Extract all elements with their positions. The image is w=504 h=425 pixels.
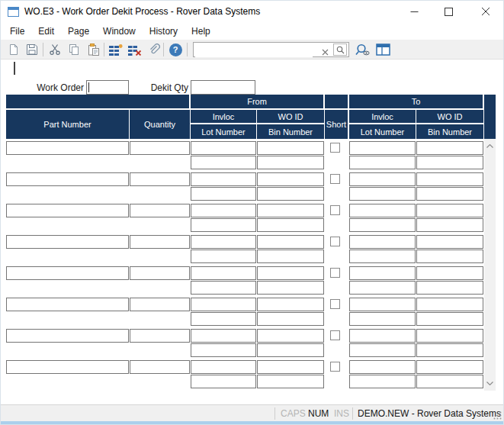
- from-wo-id-input[interactable]: [257, 172, 324, 186]
- from-lot-number-input[interactable]: [191, 375, 256, 388]
- short-checkbox[interactable]: [330, 268, 340, 278]
- from-wo-id-input[interactable]: [257, 360, 324, 374]
- part-number-input[interactable]: [6, 298, 129, 311]
- to-bin-number-input[interactable]: [416, 375, 483, 388]
- from-bin-number-input[interactable]: [257, 375, 324, 388]
- from-wo-id-input[interactable]: [257, 329, 324, 343]
- scroll-down-icon[interactable]: [484, 378, 496, 389]
- dekit-qty-input[interactable]: [191, 80, 255, 95]
- part-number-input[interactable]: [6, 141, 129, 155]
- short-checkbox[interactable]: [330, 174, 340, 184]
- quantity-input[interactable]: [130, 141, 190, 155]
- resize-grip[interactable]: [493, 411, 502, 422]
- find-view-icon[interactable]: [353, 40, 371, 59]
- from-wo-id-input[interactable]: [257, 266, 324, 280]
- from-invloc-input[interactable]: [191, 235, 256, 249]
- from-lot-number-input[interactable]: [191, 187, 256, 201]
- attach-icon[interactable]: [145, 40, 163, 59]
- quantity-input[interactable]: [130, 360, 190, 374]
- menu-help[interactable]: Help: [185, 24, 217, 39]
- to-bin-number-input[interactable]: [416, 218, 483, 232]
- to-lot-number-input[interactable]: [349, 343, 416, 357]
- insert-row-icon[interactable]: [107, 40, 125, 59]
- to-lot-number-input[interactable]: [349, 250, 416, 263]
- to-wo-id-input[interactable]: [416, 141, 483, 155]
- to-lot-number-input[interactable]: [349, 375, 416, 388]
- to-bin-number-input[interactable]: [416, 156, 483, 169]
- from-wo-id-input[interactable]: [257, 298, 324, 311]
- quantity-input[interactable]: [130, 329, 190, 343]
- short-checkbox[interactable]: [330, 330, 340, 340]
- menu-window[interactable]: Window: [96, 24, 143, 39]
- to-wo-id-input[interactable]: [416, 204, 483, 217]
- menu-edit[interactable]: Edit: [31, 24, 61, 39]
- to-lot-number-input[interactable]: [349, 187, 416, 201]
- from-invloc-input[interactable]: [191, 141, 256, 155]
- maximize-button[interactable]: [432, 0, 466, 23]
- to-bin-number-input[interactable]: [416, 250, 483, 263]
- to-invloc-input[interactable]: [349, 141, 416, 155]
- quantity-input[interactable]: [130, 298, 190, 311]
- to-wo-id-input[interactable]: [416, 235, 483, 249]
- from-bin-number-input[interactable]: [257, 156, 324, 169]
- short-checkbox[interactable]: [330, 143, 340, 153]
- from-invloc-input[interactable]: [191, 329, 256, 343]
- to-wo-id-input[interactable]: [416, 172, 483, 186]
- part-number-input[interactable]: [6, 204, 129, 217]
- from-invloc-input[interactable]: [191, 172, 256, 186]
- from-lot-number-input[interactable]: [191, 156, 256, 169]
- copy-icon[interactable]: [65, 40, 83, 59]
- table-layout-icon[interactable]: [374, 40, 392, 59]
- to-lot-number-input[interactable]: [349, 281, 416, 295]
- from-lot-number-input[interactable]: [191, 218, 256, 232]
- from-wo-id-input[interactable]: [257, 204, 324, 217]
- search-icon[interactable]: [333, 43, 347, 56]
- help-icon[interactable]: ?: [166, 40, 185, 59]
- to-invloc-input[interactable]: [349, 266, 416, 280]
- to-invloc-input[interactable]: [349, 172, 416, 186]
- quantity-input[interactable]: [130, 235, 190, 249]
- from-invloc-input[interactable]: [191, 298, 256, 311]
- from-invloc-input[interactable]: [191, 204, 256, 217]
- to-lot-number-input[interactable]: [349, 312, 416, 326]
- from-bin-number-input[interactable]: [257, 218, 324, 232]
- from-lot-number-input[interactable]: [191, 343, 256, 357]
- to-wo-id-input[interactable]: [416, 329, 483, 343]
- to-bin-number-input[interactable]: [416, 187, 483, 201]
- from-lot-number-input[interactable]: [191, 312, 256, 326]
- search-input[interactable]: [195, 43, 313, 57]
- vertical-scrollbar[interactable]: [484, 139, 496, 391]
- to-invloc-input[interactable]: [349, 235, 416, 249]
- from-bin-number-input[interactable]: [257, 343, 324, 357]
- to-wo-id-input[interactable]: [416, 298, 483, 311]
- from-invloc-input[interactable]: [191, 360, 256, 374]
- minimize-button[interactable]: [397, 0, 432, 23]
- close-button[interactable]: [467, 0, 504, 23]
- quantity-input[interactable]: [130, 204, 190, 217]
- to-wo-id-input[interactable]: [416, 360, 483, 374]
- from-lot-number-input[interactable]: [191, 250, 256, 263]
- new-document-icon[interactable]: [5, 40, 23, 59]
- to-lot-number-input[interactable]: [349, 156, 416, 169]
- from-wo-id-input[interactable]: [257, 141, 324, 155]
- to-invloc-input[interactable]: [349, 329, 416, 343]
- scroll-up-icon[interactable]: [484, 140, 496, 152]
- part-number-input[interactable]: [6, 172, 129, 186]
- short-checkbox[interactable]: [330, 362, 340, 372]
- paste-icon[interactable]: [84, 40, 102, 59]
- to-bin-number-input[interactable]: [416, 312, 483, 326]
- cut-icon[interactable]: [46, 40, 64, 59]
- quantity-input[interactable]: [130, 172, 190, 186]
- to-lot-number-input[interactable]: [349, 218, 416, 232]
- short-checkbox[interactable]: [330, 237, 340, 246]
- to-wo-id-input[interactable]: [416, 266, 483, 280]
- to-bin-number-input[interactable]: [416, 281, 483, 295]
- quantity-input[interactable]: [130, 266, 190, 280]
- from-wo-id-input[interactable]: [257, 235, 324, 249]
- to-bin-number-input[interactable]: [416, 343, 483, 357]
- part-number-input[interactable]: [6, 360, 129, 374]
- from-invloc-input[interactable]: [191, 266, 256, 280]
- part-number-input[interactable]: [6, 235, 129, 249]
- menu-file[interactable]: File: [3, 24, 31, 39]
- from-bin-number-input[interactable]: [257, 312, 324, 326]
